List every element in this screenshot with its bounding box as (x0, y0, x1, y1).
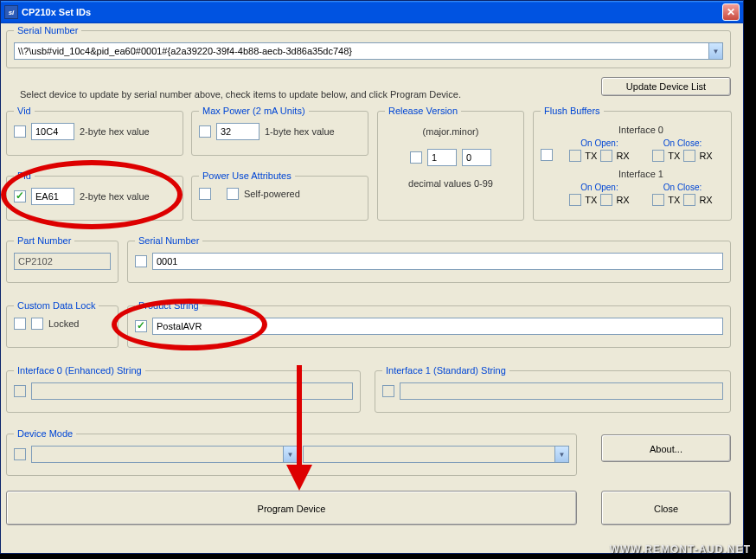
pid-legend: Pid (14, 170, 35, 181)
flush-group: Flush Buffers Interface 0 On Open: TX RX (533, 106, 732, 221)
flush-if0-open-label: On Open: (569, 138, 629, 148)
flush-if0-open-rx[interactable] (600, 150, 612, 162)
release-major-input[interactable] (427, 149, 457, 166)
close-button[interactable]: Close (601, 491, 731, 525)
flush-if1-close-tx[interactable] (652, 194, 664, 206)
flush-if0-close-rx[interactable] (683, 150, 695, 162)
if0string-input (31, 382, 353, 400)
poweruse-legend: Power Use Attributes (199, 170, 295, 181)
vid-legend: Vid (14, 106, 35, 116)
devicemode-combo2 (303, 446, 569, 463)
maxpower-group: Max Power (2 mA Units) 1-byte hex value (191, 106, 368, 156)
serial-combo[interactable] (14, 42, 723, 60)
serialnum-input[interactable] (152, 253, 723, 270)
flush-if0-open-tx[interactable] (569, 150, 581, 162)
if1string-legend: Interface 1 (Standard) String (382, 365, 509, 376)
about-button[interactable]: About... (601, 434, 731, 462)
maxpower-enable-checkbox[interactable] (199, 125, 211, 138)
customlock-group: Custom Data Lock Locked (6, 300, 119, 348)
pid-hint: 2-byte hex value (80, 191, 150, 202)
devicemode-group: Device Mode ▼ ▼ (6, 428, 577, 476)
poweruse-group: Power Use Attributes Self-powered (191, 170, 368, 221)
selfpowered-label: Self-powered (244, 189, 300, 199)
instruction-text: Select device to update by serial number… (20, 89, 461, 100)
selfpowered-checkbox[interactable] (227, 188, 239, 200)
flush-if1-open-tx[interactable] (569, 194, 581, 206)
window-title: CP210x Set IDs (22, 7, 722, 17)
release-enable-checkbox[interactable] (410, 151, 422, 164)
flush-if1-open-rx[interactable] (600, 194, 612, 206)
close-icon[interactable]: ✕ (722, 3, 740, 21)
flush-if0-close-tx[interactable] (652, 150, 664, 162)
if0string-enable-checkbox[interactable] (14, 385, 26, 397)
flush-legend: Flush Buffers (541, 106, 604, 116)
release-hint: (major.minor) (385, 126, 516, 137)
release-minor-input[interactable] (462, 149, 491, 166)
customlock-enable-checkbox[interactable] (14, 318, 26, 330)
vid-hint: 2-byte hex value (80, 126, 150, 137)
maxpower-legend: Max Power (2 mA Units) (199, 106, 309, 116)
serialnum-group: Serial Number (127, 235, 731, 283)
flush-if0-label: Interface 0 (558, 125, 724, 135)
maxpower-hint: 1-byte hex value (265, 126, 335, 137)
serialnum-legend: Serial Number (135, 235, 202, 246)
if1string-group: Interface 1 (Standard) String (375, 365, 731, 413)
release-legend: Release Version (385, 106, 461, 116)
serialnum-enable-checkbox[interactable] (135, 255, 147, 267)
customlock-legend: Custom Data Lock (14, 300, 99, 311)
devicemode-legend: Device Mode (14, 428, 76, 439)
locked-label: Locked (48, 318, 79, 329)
partnum-legend: Part Number (14, 235, 74, 246)
flush-if0-close-label: On Close: (652, 138, 712, 148)
app-window: si CP210x Set IDs ✕ Serial Number ▼ Sele… (0, 0, 744, 554)
partnum-group: Part Number (6, 235, 119, 283)
chevron-down-icon[interactable]: ▼ (554, 447, 568, 462)
program-device-button[interactable]: Program Device (6, 491, 577, 525)
update-device-list-button[interactable]: Update Device List (601, 77, 731, 96)
devicemode-combo1 (31, 446, 298, 463)
if0string-group: Interface 0 (Enhanced) String (6, 365, 361, 413)
flush-if1-open-label: On Open: (569, 183, 629, 192)
watermark: WWW.REMONT-AUD.NET (610, 543, 751, 556)
release-note: decimal values 0-99 (385, 178, 516, 189)
if0string-legend: Interface 0 (Enhanced) String (14, 365, 145, 376)
vid-group: Vid 2-byte hex value (6, 106, 183, 156)
release-group: Release Version (major.minor) decimal va… (377, 106, 524, 221)
vid-input[interactable] (31, 123, 74, 140)
poweruse-enable-checkbox[interactable] (199, 188, 211, 200)
flush-enable-checkbox[interactable] (541, 149, 553, 161)
flush-if1-label: Interface 1 (558, 169, 724, 179)
productstring-enable-checkbox[interactable] (135, 320, 147, 332)
serial-top-legend: Serial Number (14, 25, 81, 35)
if1string-input (400, 382, 723, 400)
productstring-input[interactable] (152, 318, 723, 335)
pid-input[interactable] (31, 188, 74, 205)
productstring-group: Product String (127, 300, 731, 348)
chevron-down-icon[interactable]: ▼ (708, 43, 722, 59)
productstring-legend: Product String (135, 300, 202, 311)
pid-group: Pid 2-byte hex value (6, 170, 183, 221)
chevron-down-icon[interactable]: ▼ (283, 447, 297, 462)
maxpower-input[interactable] (216, 123, 259, 140)
flush-if1-close-rx[interactable] (683, 194, 695, 206)
pid-enable-checkbox[interactable] (14, 190, 26, 202)
locked-checkbox[interactable] (31, 318, 43, 330)
vid-enable-checkbox[interactable] (14, 125, 26, 138)
serial-top-group: Serial Number ▼ (6, 25, 731, 68)
flush-if1-close-label: On Close: (652, 183, 712, 192)
if1string-enable-checkbox[interactable] (382, 385, 394, 397)
app-icon: si (4, 5, 18, 19)
titlebar: si CP210x Set IDs ✕ (1, 1, 743, 23)
partnum-input (14, 253, 111, 270)
devicemode-enable-checkbox[interactable] (14, 448, 26, 460)
